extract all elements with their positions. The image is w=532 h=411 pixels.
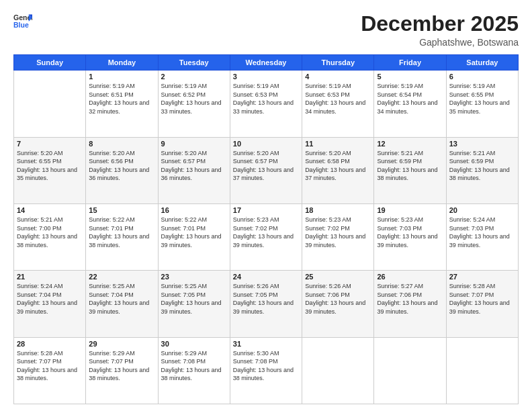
calendar-cell	[302, 337, 374, 404]
calendar-cell: 1 Sunrise: 5:19 AM Sunset: 6:51 PM Dayli…	[86, 71, 158, 137]
day-info: Sunrise: 5:25 AM Sunset: 7:05 PM Dayligh…	[161, 282, 227, 316]
day-info: Sunrise: 5:28 AM Sunset: 7:07 PM Dayligh…	[449, 282, 515, 316]
calendar-cell: 14 Sunrise: 5:21 AM Sunset: 7:00 PM Dayl…	[14, 203, 86, 270]
calendar-cell: 31 Sunrise: 5:30 AM Sunset: 7:08 PM Dayl…	[230, 337, 302, 404]
day-number: 15	[89, 206, 154, 214]
day-number: 13	[449, 140, 515, 148]
day-info: Sunrise: 5:29 AM Sunset: 7:07 PM Dayligh…	[89, 349, 154, 383]
day-number: 7	[17, 140, 83, 148]
calendar-cell: 2 Sunrise: 5:19 AM Sunset: 6:52 PM Dayli…	[158, 71, 230, 137]
day-number: 24	[233, 273, 299, 281]
calendar-cell: 16 Sunrise: 5:22 AM Sunset: 7:01 PM Dayl…	[158, 203, 230, 270]
day-info: Sunrise: 5:19 AM Sunset: 6:52 PM Dayligh…	[161, 82, 227, 116]
header-thursday: Thursday	[302, 55, 374, 71]
day-info: Sunrise: 5:23 AM Sunset: 7:02 PM Dayligh…	[305, 216, 371, 249]
day-info: Sunrise: 5:19 AM Sunset: 6:55 PM Dayligh…	[449, 82, 515, 116]
calendar-cell: 12 Sunrise: 5:21 AM Sunset: 6:59 PM Dayl…	[374, 137, 446, 203]
calendar-cell: 6 Sunrise: 5:19 AM Sunset: 6:55 PM Dayli…	[446, 71, 518, 137]
calendar-cell: 13 Sunrise: 5:21 AM Sunset: 6:59 PM Dayl…	[446, 137, 518, 203]
day-info: Sunrise: 5:25 AM Sunset: 7:04 PM Dayligh…	[89, 282, 154, 316]
calendar-cell: 24 Sunrise: 5:26 AM Sunset: 7:05 PM Dayl…	[230, 271, 302, 337]
day-number: 21	[17, 273, 83, 281]
header-wednesday: Wednesday	[230, 55, 302, 71]
day-info: Sunrise: 5:19 AM Sunset: 6:53 PM Dayligh…	[305, 82, 371, 116]
calendar-cell: 18 Sunrise: 5:23 AM Sunset: 7:02 PM Dayl…	[302, 203, 374, 270]
calendar-cell: 4 Sunrise: 5:19 AM Sunset: 6:53 PM Dayli…	[302, 71, 374, 137]
day-info: Sunrise: 5:19 AM Sunset: 6:53 PM Dayligh…	[233, 82, 299, 116]
day-info: Sunrise: 5:21 AM Sunset: 6:59 PM Dayligh…	[449, 149, 515, 183]
day-number: 17	[233, 206, 299, 214]
day-number: 25	[305, 273, 371, 281]
calendar-cell: 10 Sunrise: 5:20 AM Sunset: 6:57 PM Dayl…	[230, 137, 302, 203]
day-number: 3	[233, 73, 299, 81]
calendar-cell: 29 Sunrise: 5:29 AM Sunset: 7:07 PM Dayl…	[86, 337, 158, 404]
calendar-cell: 17 Sunrise: 5:23 AM Sunset: 7:02 PM Dayl…	[230, 203, 302, 270]
day-info: Sunrise: 5:19 AM Sunset: 6:51 PM Dayligh…	[89, 82, 154, 116]
day-number: 2	[161, 73, 227, 81]
day-info: Sunrise: 5:26 AM Sunset: 7:05 PM Dayligh…	[233, 282, 299, 316]
calendar-cell: 20 Sunrise: 5:24 AM Sunset: 7:03 PM Dayl…	[446, 203, 518, 270]
day-number: 18	[305, 206, 371, 214]
day-number: 26	[377, 273, 443, 281]
day-number: 22	[89, 273, 154, 281]
calendar-table: Sunday Monday Tuesday Wednesday Thursday…	[13, 54, 519, 404]
day-number: 10	[233, 140, 299, 148]
header-tuesday: Tuesday	[158, 55, 230, 71]
calendar-cell: 7 Sunrise: 5:20 AM Sunset: 6:55 PM Dayli…	[14, 137, 86, 203]
calendar-cell: 23 Sunrise: 5:25 AM Sunset: 7:05 PM Dayl…	[158, 271, 230, 337]
calendar-week-row: 21 Sunrise: 5:24 AM Sunset: 7:04 PM Dayl…	[14, 271, 519, 337]
header-saturday: Saturday	[446, 55, 518, 71]
day-number: 6	[449, 73, 515, 81]
calendar-cell: 11 Sunrise: 5:20 AM Sunset: 6:58 PM Dayl…	[302, 137, 374, 203]
day-info: Sunrise: 5:24 AM Sunset: 7:04 PM Dayligh…	[17, 282, 83, 316]
day-info: Sunrise: 5:23 AM Sunset: 7:02 PM Dayligh…	[233, 216, 299, 249]
calendar-cell: 25 Sunrise: 5:26 AM Sunset: 7:06 PM Dayl…	[302, 271, 374, 337]
calendar-cell	[446, 337, 518, 404]
day-number: 4	[305, 73, 371, 81]
day-number: 31	[233, 340, 299, 348]
day-info: Sunrise: 5:27 AM Sunset: 7:06 PM Dayligh…	[377, 282, 443, 316]
calendar-cell: 27 Sunrise: 5:28 AM Sunset: 7:07 PM Dayl…	[446, 271, 518, 337]
day-info: Sunrise: 5:24 AM Sunset: 7:03 PM Dayligh…	[449, 216, 515, 249]
calendar-cell: 19 Sunrise: 5:23 AM Sunset: 7:03 PM Dayl…	[374, 203, 446, 270]
calendar-cell: 5 Sunrise: 5:19 AM Sunset: 6:54 PM Dayli…	[374, 71, 446, 137]
header-monday: Monday	[86, 55, 158, 71]
day-number: 23	[161, 273, 227, 281]
day-info: Sunrise: 5:28 AM Sunset: 7:07 PM Dayligh…	[17, 349, 83, 383]
calendar-cell: 26 Sunrise: 5:27 AM Sunset: 7:06 PM Dayl…	[374, 271, 446, 337]
header-friday: Friday	[374, 55, 446, 71]
calendar-week-row: 1 Sunrise: 5:19 AM Sunset: 6:51 PM Dayli…	[14, 71, 519, 137]
day-number: 28	[17, 340, 83, 348]
day-info: Sunrise: 5:20 AM Sunset: 6:57 PM Dayligh…	[161, 149, 227, 183]
day-number: 20	[449, 206, 515, 214]
day-number: 30	[161, 340, 227, 348]
page: General Blue December 2025 Gaphatshwe, B…	[0, 0, 532, 411]
calendar-week-row: 7 Sunrise: 5:20 AM Sunset: 6:55 PM Dayli…	[14, 137, 519, 203]
calendar-week-row: 28 Sunrise: 5:28 AM Sunset: 7:07 PM Dayl…	[14, 337, 519, 404]
title-block: December 2025 Gaphatshwe, Botswana	[361, 12, 519, 48]
header: General Blue December 2025 Gaphatshwe, B…	[13, 12, 519, 48]
calendar-cell: 8 Sunrise: 5:20 AM Sunset: 6:56 PM Dayli…	[86, 137, 158, 203]
day-info: Sunrise: 5:26 AM Sunset: 7:06 PM Dayligh…	[305, 282, 371, 316]
calendar-cell: 28 Sunrise: 5:28 AM Sunset: 7:07 PM Dayl…	[14, 337, 86, 404]
day-info: Sunrise: 5:20 AM Sunset: 6:58 PM Dayligh…	[305, 149, 371, 183]
logo: General Blue	[13, 12, 32, 31]
calendar-cell: 22 Sunrise: 5:25 AM Sunset: 7:04 PM Dayl…	[86, 271, 158, 337]
calendar-cell: 30 Sunrise: 5:29 AM Sunset: 7:08 PM Dayl…	[158, 337, 230, 404]
day-number: 9	[161, 140, 227, 148]
logo-icon: General Blue	[13, 12, 32, 31]
calendar-cell: 3 Sunrise: 5:19 AM Sunset: 6:53 PM Dayli…	[230, 71, 302, 137]
day-number: 16	[161, 206, 227, 214]
day-number: 29	[89, 340, 154, 348]
day-number: 19	[377, 206, 443, 214]
day-number: 1	[89, 73, 154, 81]
svg-text:Blue: Blue	[13, 21, 29, 29]
calendar-cell: 9 Sunrise: 5:20 AM Sunset: 6:57 PM Dayli…	[158, 137, 230, 203]
calendar-cell	[374, 337, 446, 404]
weekday-header-row: Sunday Monday Tuesday Wednesday Thursday…	[14, 55, 519, 71]
day-info: Sunrise: 5:21 AM Sunset: 6:59 PM Dayligh…	[377, 149, 443, 183]
calendar-cell: 15 Sunrise: 5:22 AM Sunset: 7:01 PM Dayl…	[86, 203, 158, 270]
day-info: Sunrise: 5:19 AM Sunset: 6:54 PM Dayligh…	[377, 82, 443, 116]
day-number: 12	[377, 140, 443, 148]
calendar-week-row: 14 Sunrise: 5:21 AM Sunset: 7:00 PM Dayl…	[14, 203, 519, 270]
